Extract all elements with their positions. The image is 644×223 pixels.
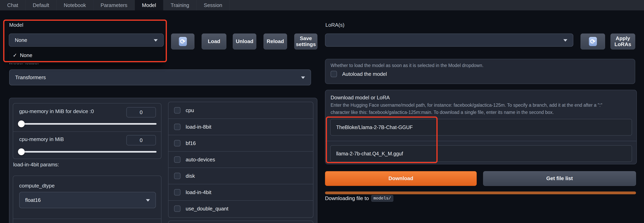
tab-notebook[interactable]: Notebook <box>56 0 93 10</box>
checkbox-label: disk <box>186 173 195 179</box>
refresh-icon: ⟳ <box>589 37 597 46</box>
divider <box>13 131 161 132</box>
chevron-down-icon <box>563 39 567 41</box>
download-progress-bar <box>325 192 636 194</box>
tab-model[interactable]: Model <box>135 0 164 10</box>
model-label: Model <box>9 22 23 28</box>
compute-dtype-label: compute_dtype <box>19 183 55 189</box>
nav-tabs: ChatDefaultNotebookParametersModelTraini… <box>0 0 644 10</box>
unload-button[interactable]: Unload <box>233 33 256 49</box>
checkbox-label: bf16 <box>186 140 196 146</box>
model-params-checkbox-group: cpuload-in-8bitbf16auto-devicesdiskload-… <box>168 102 314 218</box>
checkbox-row-cpu[interactable]: cpu <box>168 102 313 118</box>
load-in-4bit-group: compute_dtype float16 <box>13 176 162 223</box>
download-description-line1: Enter the Hugging Face username/model pa… <box>330 103 602 108</box>
download-status-text: Downloading file to <box>325 195 369 202</box>
download-file-input[interactable] <box>330 145 632 162</box>
next-options-group <box>168 221 314 223</box>
checkbox-row-bf16[interactable]: bf16 <box>168 135 313 151</box>
model-params-panel: gpu-memory in MiB for device :0 cpu-memo… <box>9 98 318 223</box>
memory-sliders-group: gpu-memory in MiB for device :0 cpu-memo… <box>13 103 162 159</box>
download-panel: Download model or LoRA Enter the Hugging… <box>325 90 637 164</box>
compute-dtype-select[interactable]: float16 <box>19 192 156 208</box>
check-icon: ✓ <box>13 52 17 58</box>
gpu-memory-input[interactable] <box>126 107 156 117</box>
autoload-checkbox-row[interactable]: Autoload the model <box>330 71 387 77</box>
model-tab-page: ChatDefaultNotebookParametersModelTraini… <box>0 0 644 223</box>
checkbox-row-disk[interactable]: disk <box>168 168 313 184</box>
load-button[interactable]: Load <box>202 33 226 49</box>
checkbox-auto-devices[interactable] <box>174 156 180 163</box>
lora-select[interactable] <box>325 33 573 47</box>
checkbox-label: use_double_quant <box>186 206 228 212</box>
checkbox-load-in-8bit[interactable] <box>174 124 180 130</box>
download-path-chip: models/ <box>371 195 393 202</box>
autoload-checkbox-label: Autoload the model <box>342 71 387 77</box>
save-settings-button[interactable]: Save settings <box>294 33 318 49</box>
divider <box>13 219 161 219</box>
divider <box>326 141 636 141</box>
checkbox-label: auto-devices <box>186 157 215 163</box>
checkbox-label: load-in-4bit <box>186 189 212 196</box>
checkbox-load-in-4bit[interactable] <box>174 189 180 196</box>
model-select[interactable]: None <box>9 33 164 47</box>
autoload-info: Whether to load the model as soon as it … <box>330 63 484 68</box>
tab-parameters[interactable]: Parameters <box>94 0 135 10</box>
model-select-value: None <box>15 37 27 43</box>
dropdown-item-none[interactable]: ✓None <box>13 52 160 58</box>
cpu-memory-input[interactable] <box>126 135 156 145</box>
checkbox-cpu[interactable] <box>174 107 180 113</box>
get-file-list-button[interactable]: Get file list <box>483 171 636 186</box>
tab-session[interactable]: Session <box>197 0 230 10</box>
load-in-4bit-params-label: load-in-4bit params: <box>13 162 59 168</box>
autoload-panel: Whether to load the model as soon as it … <box>325 59 635 84</box>
model-dropdown-list: ✓None <box>9 47 164 63</box>
lora-refresh-button[interactable]: ⟳ <box>580 33 605 49</box>
refresh-icon: ⟳ <box>179 37 187 46</box>
chevron-down-icon <box>301 76 305 79</box>
cpu-memory-slider[interactable] <box>19 151 156 153</box>
model-refresh-button[interactable]: ⟳ <box>171 33 194 49</box>
download-status: Downloading file to models/ <box>325 195 393 202</box>
checkbox-disk[interactable] <box>174 173 180 179</box>
download-heading: Download model or LoRA <box>330 95 390 101</box>
model-loader-select[interactable]: Transformers <box>9 69 311 85</box>
dropdown-item-label: None <box>20 52 32 58</box>
cpu-memory-label: cpu-memory in MiB <box>19 136 64 142</box>
checkbox-row-use_double_quant[interactable]: use_double_quant <box>168 200 313 217</box>
apply-loras-button[interactable]: Apply LoRAs <box>610 33 635 49</box>
cpu-memory-slider-thumb[interactable] <box>18 148 25 155</box>
download-repo-input[interactable] <box>330 119 632 136</box>
lora-label: LoRA(s) <box>326 22 344 28</box>
compute-dtype-value: float16 <box>25 197 41 203</box>
chevron-down-icon <box>146 199 150 202</box>
tab-training[interactable]: Training <box>164 0 197 10</box>
gpu-memory-label: gpu-memory in MiB for device :0 <box>19 108 94 114</box>
download-description-line2: character like this: facebook/galactica-… <box>330 110 554 115</box>
gpu-memory-slider-thumb[interactable] <box>18 120 25 127</box>
checkbox-use_double_quant[interactable] <box>174 206 180 212</box>
checkbox-label: cpu <box>186 107 194 113</box>
checkbox-label: load-in-8bit <box>186 124 212 130</box>
checkbox-row-auto-devices[interactable]: auto-devices <box>168 151 313 168</box>
tab-default[interactable]: Default <box>26 0 56 10</box>
checkbox-bf16[interactable] <box>174 140 180 146</box>
download-button[interactable]: Download <box>325 171 477 186</box>
chevron-down-icon <box>154 39 158 41</box>
tab-chat[interactable]: Chat <box>0 0 26 10</box>
model-loader-value: Transformers <box>15 74 46 81</box>
checkbox-row-load-in-8bit[interactable]: load-in-8bit <box>168 118 313 135</box>
gpu-memory-slider[interactable] <box>19 123 156 125</box>
autoload-checkbox[interactable] <box>330 71 337 77</box>
checkbox-row-load-in-4bit[interactable]: load-in-4bit <box>168 184 313 200</box>
reload-button[interactable]: Reload <box>264 33 287 49</box>
